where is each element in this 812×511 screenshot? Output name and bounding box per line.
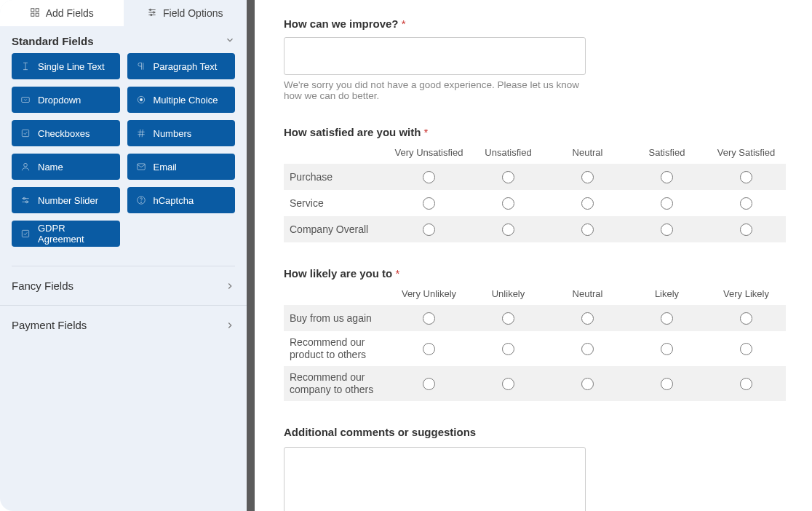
likert-radio[interactable] [661,378,673,390]
field-paragraph-text[interactable]: Paragraph Text [127,53,236,79]
likert-radio[interactable] [581,343,594,355]
tab-field-options[interactable]: Field Options [124,0,247,26]
likert-row: Service [284,190,786,216]
scale-header: Very Likely [706,288,786,305]
likert-radio[interactable] [661,197,673,210]
svg-rect-26 [22,230,28,237]
field-label: hCaptcha [154,195,194,206]
likert-radio[interactable] [740,197,752,210]
required-asterisk: * [395,267,399,280]
row-label: Company Overall [284,223,389,235]
section-title: Standard Fields [12,35,94,47]
field-label: Paragraph Text [154,61,218,72]
likert-radio[interactable] [581,171,594,183]
likert-radio[interactable] [423,312,435,325]
scale-header: Likely [627,288,706,305]
likert-radio[interactable] [581,197,594,210]
likert-radio[interactable] [423,197,435,210]
field-dropdown[interactable]: Dropdown [12,87,120,113]
field-label: Dropdown [38,95,81,106]
likert-row: Buy from us again [284,305,786,331]
checkbox-icon [20,128,31,138]
field-label: Multiple Choice [154,95,218,106]
likert-radio[interactable] [661,171,673,183]
svg-rect-1 [36,8,39,11]
scale-header: Very Satisfied [706,147,786,164]
help-icon [136,195,146,205]
tab-add-fields[interactable]: Add Fields [0,0,124,26]
svg-line-17 [142,130,143,138]
likert-radio[interactable] [423,223,435,236]
radio-icon [136,95,146,105]
svg-rect-10 [22,98,30,103]
form-canvas[interactable]: How can we improve? * We're sorry you di… [255,0,812,511]
likert-radio[interactable] [502,223,514,236]
hash-icon [136,128,146,138]
field-numbers[interactable]: Numbers [127,120,236,146]
field-single-line-text[interactable]: Single Line Text [12,53,120,79]
likert-radio[interactable] [581,312,594,325]
chevron-right-icon [225,320,235,330]
question-label: Additional comments or suggestions [284,426,783,438]
likert-radio[interactable] [661,343,673,355]
scale-header: Neutral [548,288,627,305]
likert-radio[interactable] [661,312,673,325]
additional-comments-textarea[interactable] [284,447,586,511]
scale-header: Very Unsatisfied [389,147,469,164]
section-standard-fields[interactable]: Standard Fields [0,26,247,53]
field-checkboxes[interactable]: Checkboxes [12,120,120,146]
scale-header: Neutral [548,147,627,164]
likert-radio[interactable] [502,197,514,210]
field-hcaptcha[interactable]: hCaptcha [127,187,236,213]
likert-radio[interactable] [502,378,514,390]
field-label: Name [38,162,63,173]
likert-radio[interactable] [581,378,594,390]
likert-radio[interactable] [661,223,673,236]
svg-point-18 [24,163,28,167]
likert-radio[interactable] [740,378,752,390]
question-label: How satisfied are you with [284,126,421,138]
scale-header: Unsatisfied [469,147,548,164]
field-multiple-choice[interactable]: Multiple Choice [127,87,236,113]
section-title: Payment Fields [12,319,87,331]
likert-row: Recommend our company to others [284,366,786,401]
scale-header: Unlikely [469,288,548,305]
improve-textarea[interactable] [284,37,586,75]
question-label: How likely are you to [284,267,392,280]
row-label: Recommend our product to others [284,336,389,361]
paragraph-icon [136,61,146,71]
svg-rect-13 [22,130,28,136]
field-email[interactable]: Email [127,154,236,180]
likert-radio[interactable] [740,312,752,325]
field-label: Checkboxes [38,128,90,139]
likert-radio[interactable] [740,171,752,183]
likert-radio[interactable] [740,223,752,236]
likert-radio[interactable] [581,223,594,236]
field-label: GDPR Agreement [38,223,111,245]
field-number-slider[interactable]: Number Slider [12,187,120,213]
likert-radio[interactable] [423,343,435,355]
required-asterisk: * [402,17,406,30]
user-icon [20,162,31,172]
field-gdpr-agreement[interactable]: GDPR Agreement [12,221,120,247]
likert-radio[interactable] [423,378,435,390]
likert-radio[interactable] [502,171,514,183]
sidebar-tabs: Add Fields Field Options [0,0,247,26]
tab-label: Add Fields [46,7,94,19]
section-payment-fields[interactable]: Payment Fields [0,306,247,344]
sidebar: Add Fields Field Options Standard Fields… [0,0,255,511]
field-name[interactable]: Name [12,154,120,180]
section-title: Fancy Fields [12,280,73,292]
likert-row: Purchase [284,164,786,190]
likert-radio[interactable] [502,312,514,325]
chevron-right-icon [225,281,235,291]
likert-radio[interactable] [740,343,752,355]
row-label: Recommend our company to others [284,371,389,396]
scale-header: Very Unlikely [389,288,469,305]
svg-rect-2 [31,13,33,16]
scale-header: Satisfied [627,147,706,164]
field-label: Number Slider [38,195,98,206]
likert-radio[interactable] [502,343,514,355]
likert-radio[interactable] [423,171,435,183]
section-fancy-fields[interactable]: Fancy Fields [0,266,247,306]
